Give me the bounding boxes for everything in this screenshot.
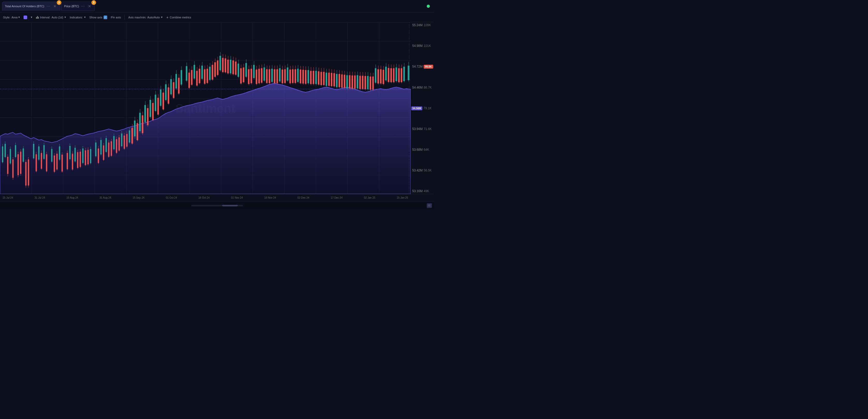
toolbar: Style: Area ▾ ▾ Interval: Auto (1d) ▾ In… [0, 12, 434, 22]
axis-price-5: 71.6K [424, 127, 432, 131]
axis-row-1: 54.98M 101K [411, 44, 433, 48]
date-3: 31 Aug 24 [99, 196, 111, 199]
style-dropdown[interactable]: Area ▾ [12, 16, 20, 19]
indicators-selector[interactable]: Indicators: ▾ [70, 16, 86, 19]
date-2: 15 Aug 24 [67, 196, 78, 199]
date-axis-row: 15 Jul 24 31 Jul 24 15 Aug 24 31 Aug 24 … [0, 194, 434, 201]
tab-price-menu[interactable]: ⋯ [81, 4, 86, 8]
indicators-chevron: ▾ [84, 16, 86, 19]
date-7: 01 Nov 24 [231, 196, 243, 199]
chart-main[interactable]: Santiment [0, 22, 411, 194]
interval-chevron: ▾ [64, 16, 66, 19]
status-indicator [427, 5, 430, 8]
date-12: 15 Jan 25 [397, 196, 408, 199]
axis-row-3: 54.46M 86.7K [411, 86, 433, 89]
date-6: 16 Oct 24 [198, 196, 210, 199]
show-axis-control[interactable]: Show axis [89, 16, 107, 19]
handle-line-1 [428, 205, 431, 205]
axis-holders-8: 53.16M [411, 189, 423, 193]
style-chevron: ▾ [19, 16, 20, 19]
axis-holders-2: 54.72M [411, 65, 423, 68]
chart-svg [0, 22, 411, 194]
date-5: 01 Oct 24 [166, 196, 177, 199]
axis-price-6: 64K [424, 148, 429, 151]
axis-row-price-badge: 54.72M 99.8K [411, 65, 433, 69]
axis-holders-0: 55.24M [411, 23, 423, 27]
date-9: 02 Dec 24 [298, 196, 309, 199]
show-axis-label: Show axis [89, 16, 102, 19]
scrollbar-thumb[interactable] [222, 205, 238, 206]
axis-holders-7: 53.42M [411, 169, 423, 172]
date-11: 02 Jan 25 [364, 196, 375, 199]
tab-price-title: Price (BTC) [64, 5, 79, 8]
axis-price-3: 86.7K [424, 86, 432, 89]
axis-maxmin-value: Auto/Auto [147, 16, 160, 19]
axis-row-5: 53.94M 71.6K [411, 127, 433, 131]
indicators-label: Indicators: [70, 16, 83, 19]
tab-holders-menu[interactable]: ⋯ [46, 4, 51, 8]
combine-metrics-plus: + [166, 15, 168, 20]
axis-row-6: 53.68M 64K [411, 148, 433, 151]
tab-price[interactable]: ₿ Price (BTC) ⋯ ✕ [61, 2, 95, 11]
current-holders-badge: 54.56M [411, 107, 422, 110]
combine-metrics-label: Combine metrics [170, 16, 191, 19]
tab-holders-title: Total Amount Of Holders (BTC) [5, 5, 44, 8]
date-10: 17 Dec 24 [331, 196, 343, 199]
right-axis: 55.24M 109K 54.98M 101K 54.72M 99.8K 54.… [411, 22, 434, 194]
date-axis: 15 Jul 24 31 Jul 24 15 Aug 24 31 Aug 24 … [0, 194, 411, 201]
axis-price-0: 109K [424, 23, 431, 27]
axis-maxmin-selector[interactable]: Axis max/min: Auto/Auto ▾ [128, 16, 163, 19]
axis-maxmin-label: Axis max/min: [128, 16, 146, 19]
axis-row-7: 53.42M 56.5K [411, 169, 433, 172]
axis-holders-5: 53.94M [411, 127, 423, 131]
axis-maxmin-chevron: ▾ [161, 16, 163, 19]
bottom-bar [0, 201, 434, 210]
btc-badge-holders: ₿ [57, 0, 61, 5]
style-label: Style: [3, 16, 10, 19]
style-selector[interactable]: Style: Area ▾ [3, 16, 20, 19]
tab-price-close[interactable]: ✕ [87, 4, 92, 8]
axis-holders-1: 54.98M [411, 44, 423, 48]
interval-icon [36, 16, 39, 19]
axis-price-4: 79.1K [423, 107, 431, 110]
handle-line-2 [428, 205, 431, 206]
date-8: 16 Nov 24 [265, 196, 276, 199]
color-dropdown[interactable]: ▾ [31, 16, 32, 19]
axis-holders-3: 54.46M [411, 86, 423, 89]
date-1: 31 Jul 24 [34, 196, 45, 199]
chart-with-axis: Santiment [0, 22, 434, 194]
header: ₿ Total Amount Of Holders (BTC) ⋯ ✕ ₿ Pr… [0, 0, 434, 12]
axis-price-8: 49K [424, 189, 429, 193]
btc-badge-price: ₿ [91, 0, 96, 5]
show-axis-checkbox[interactable] [103, 16, 107, 19]
tab-holders-close[interactable]: ✕ [53, 4, 57, 8]
style-value: Area [12, 16, 18, 19]
pin-axis-label: Pin axis [111, 16, 121, 19]
pin-axis-control[interactable]: Pin axis [111, 16, 121, 19]
axis-price-1: 101K [424, 44, 431, 48]
axis-holders-6: 53.68M [411, 148, 423, 151]
date-0: 15 Jul 24 [3, 196, 13, 199]
date-4: 15 Sep 24 [132, 196, 145, 199]
interval-label: Interval: [40, 16, 50, 19]
axis-row-0: 55.24M 109K [411, 23, 433, 27]
color-chevron: ▾ [31, 16, 32, 19]
scrollbar-track[interactable] [191, 205, 243, 206]
axis-row-holders-badge: 54.56M 79.1K [411, 107, 433, 110]
combine-metrics-button[interactable]: + Combine metrics [166, 15, 191, 20]
scroll-handle-left[interactable] [427, 203, 432, 208]
axis-price-7: 56.5K [424, 169, 432, 172]
interval-value: Auto (1d) [52, 16, 63, 19]
interval-selector[interactable]: Interval: Auto (1d) ▾ [36, 16, 66, 19]
axis-row-8: 53.16M 49K [411, 189, 433, 193]
tab-holders[interactable]: ₿ Total Amount Of Holders (BTC) ⋯ ✕ [2, 2, 60, 11]
current-price-badge: 99.8K [424, 65, 433, 69]
axis-corner [411, 194, 434, 201]
color-picker[interactable] [24, 16, 27, 19]
date-labels: 15 Jul 24 31 Jul 24 15 Aug 24 31 Aug 24 … [3, 196, 411, 199]
chart-area: Santiment [0, 22, 434, 210]
